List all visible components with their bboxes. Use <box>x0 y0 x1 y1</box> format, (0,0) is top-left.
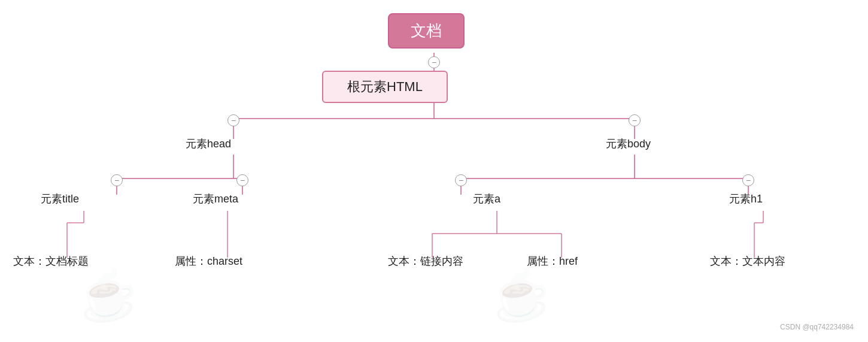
node-root: 文档 <box>388 13 465 49</box>
h1-label: 元素h1 <box>729 192 763 206</box>
node-text-content: 文本：文本内容 <box>710 254 785 268</box>
connectors-svg <box>0 0 868 342</box>
html-box: 根元素HTML <box>322 71 448 103</box>
a-label: 元素a <box>473 192 500 206</box>
root-label: 文档 <box>411 22 442 40</box>
node-h1: 元素h1 <box>729 192 763 206</box>
node-head: 元素head <box>186 137 231 151</box>
text-content-label: 文本：文本内容 <box>710 254 785 268</box>
text-title-label: 文本：文档标题 <box>13 254 89 268</box>
attr-charset-label: 属性：charset <box>175 254 242 268</box>
node-attr-href: 属性：href <box>527 254 578 268</box>
collapse-meta[interactable]: − <box>236 174 248 186</box>
node-text-title: 文本：文档标题 <box>13 254 89 268</box>
node-html: 根元素HTML <box>322 71 448 103</box>
collapse-h1[interactable]: − <box>742 174 754 186</box>
text-link-label: 文本：链接内容 <box>388 254 463 268</box>
body-label: 元素body <box>606 137 651 151</box>
collapse-a[interactable]: − <box>455 174 467 186</box>
head-label: 元素head <box>186 137 231 151</box>
node-a: 元素a <box>473 192 500 206</box>
node-title: 元素title <box>41 192 79 206</box>
tea-watermark-left: ☕ <box>74 263 142 329</box>
node-text-link: 文本：链接内容 <box>388 254 463 268</box>
watermark: CSDN @qq742234984 <box>780 323 854 331</box>
collapse-root[interactable]: − <box>428 56 440 68</box>
meta-label: 元素meta <box>193 192 238 206</box>
html-label: 根元素HTML <box>347 79 423 94</box>
collapse-body-branch[interactable]: − <box>629 114 641 126</box>
collapse-head-branch[interactable]: − <box>227 114 239 126</box>
attr-href-label: 属性：href <box>527 254 578 268</box>
diagram-container: 文档 − 根元素HTML − − 元素head 元素body − − − − 元… <box>0 0 868 342</box>
tea-watermark-right: ☕ <box>487 263 556 329</box>
node-meta: 元素meta <box>193 192 238 206</box>
title-label: 元素title <box>41 192 79 206</box>
root-box: 文档 <box>388 13 465 49</box>
collapse-title[interactable]: − <box>111 174 123 186</box>
node-body: 元素body <box>606 137 651 151</box>
node-attr-charset: 属性：charset <box>175 254 242 268</box>
